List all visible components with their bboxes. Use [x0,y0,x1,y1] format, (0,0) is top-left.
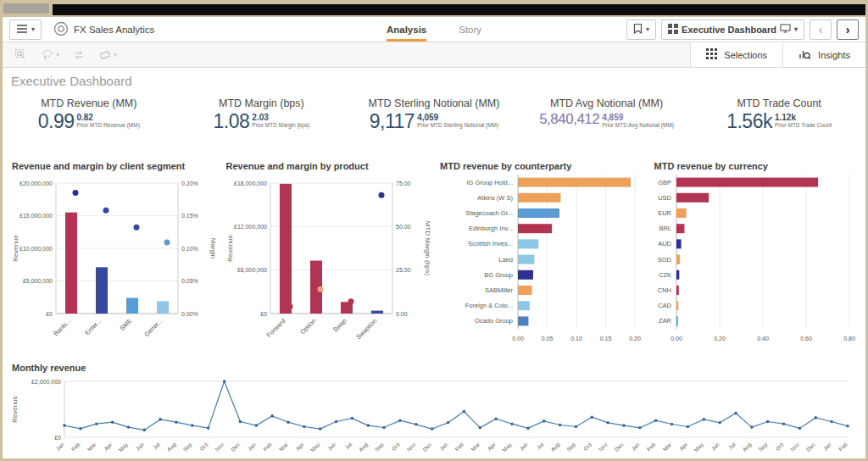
svg-text:Jan: Jan [630,441,641,452]
kpi-mtd-sterling-notional[interactable]: MTD Sterling Notional (MM) 9,117 4,059Pr… [348,90,520,154]
svg-text:Atkins (W S): Atkins (W S) [477,194,513,202]
kpi-secondary-value: 2.03 [252,113,268,122]
kpi-mtd-margin[interactable]: MTD Margin (bps) 1.08 2.03Prior MTD Marg… [175,90,348,154]
selections-label: Selections [724,50,767,60]
next-sheet-button[interactable]: › [837,19,859,40]
insights-button[interactable]: Insights [782,42,865,67]
svg-text:Sep: Sep [565,441,577,453]
revenue-by-currency-chart[interactable]: 0.000.200.400.600.80GBPUSDEURBRLAUDSGDCZ… [653,173,859,356]
bookmarks-button[interactable]: ▾ [626,19,656,40]
svg-text:0.00: 0.00 [512,336,524,342]
svg-text:Aug: Aug [741,441,753,453]
selection-history-icon[interactable] [65,42,92,68]
chevron-down-icon: ▾ [794,26,798,33]
kpi-secondary-label: Prior MTD Revenue (MM) [76,122,139,128]
monthly-revenue-chart[interactable]: £0£2,000,000JanFebMarAprMayJunJulAugSepO… [10,375,858,458]
svg-text:Nov: Nov [789,441,801,453]
selections-button[interactable]: Selections [690,42,782,67]
svg-text:0.80: 0.80 [843,336,855,342]
app-toolbar: ▾ FX Sales Analytics Analysis Story ▾ E [3,17,865,42]
svg-text:Sep: Sep [374,441,386,453]
svg-text:Sep: Sep [757,441,769,453]
svg-text:Dec: Dec [805,441,817,453]
panel-product: Revenue and margin by product £0£6,000,0… [220,154,435,356]
previous-sheet-button[interactable]: ‹ [810,19,832,40]
svg-text:BRL: BRL [659,225,671,232]
kpi-mtd-revenue[interactable]: MTD Revenue (MM) 0.99 0.82Prior MTD Reve… [3,90,175,154]
tab-story[interactable]: Story [459,17,481,42]
window-chrome [0,0,868,17]
svg-text:£0: £0 [260,311,267,317]
charts-row: Revenue and margin by client segment £0£… [3,154,865,356]
kpi-mtd-trade-count[interactable]: MTD Trade Count 1.56k 1.12kPrior MTD Tra… [693,90,865,154]
svg-text:50.00: 50.00 [396,224,411,230]
revenue-margin-client-segment-chart[interactable]: £0£5,000,000£10,000,000£15,000,000£20,00… [10,173,216,356]
revenue-margin-product-chart[interactable]: £0£6,000,000£12,000,000£18,000,0000.0025… [225,173,431,356]
svg-text:0.00: 0.00 [396,311,408,317]
monitor-icon [780,24,791,35]
svg-text:Scottish Inves...: Scottish Inves... [468,240,513,247]
panel-monthly-revenue: Monthly revenue £0£2,000,000JanFebMarApr… [3,356,865,458]
svg-text:£20,000,000: £20,000,000 [19,181,53,186]
svg-text:75.00: 75.00 [396,181,411,186]
lasso-selection-icon[interactable]: ▾ [36,42,64,68]
zoom-selection-icon[interactable] [8,42,35,68]
svg-text:£0: £0 [46,311,53,317]
app-identity[interactable]: FX Sales Analytics [53,21,154,38]
window-title-bar [53,4,865,15]
svg-text:USD: USD [658,194,671,202]
svg-text:Dec: Dec [421,441,433,453]
svg-text:May: May [118,441,131,453]
navigation-menu-button[interactable]: ▾ [9,19,42,40]
svg-text:£5,000,000: £5,000,000 [23,278,53,284]
sheet-selector-button[interactable]: Executive Dashboard ▾ [661,19,804,40]
svg-text:Jun: Jun [518,441,529,452]
svg-text:BG Group: BG Group [484,271,513,279]
svg-text:£18,000,000: £18,000,000 [234,181,267,186]
svg-text:Mar: Mar [661,441,672,452]
clear-selections-icon[interactable]: ▾ [94,42,121,68]
svg-text:£10,000,000: £10,000,000 [19,246,53,252]
chart-title: MTD revenue by counterparty [438,154,644,173]
svg-text:Enter...: Enter... [83,317,103,336]
svg-text:Aug: Aug [166,441,178,453]
kpi-mtd-avg-notional[interactable]: MTD Avg Notional (MM) 5,840,412 4,859Pri… [520,90,693,154]
svg-text:Feb: Feb [837,441,849,452]
svg-text:Jul: Jul [727,441,737,450]
panel-currency: MTD revenue by currency 0.000.200.400.60… [648,154,863,356]
kpi-value: 5,840,412 [539,113,599,126]
svg-text:£0: £0 [54,435,61,441]
svg-text:Feb: Feb [262,441,273,452]
svg-text:0.20: 0.20 [714,336,726,342]
svg-text:0.15%: 0.15% [181,213,198,219]
qlik-app: ▾ FX Sales Analytics Analysis Story ▾ E [3,17,865,458]
svg-text:Jul: Jul [536,441,545,450]
svg-text:Jan: Jan [54,441,65,452]
kpi-secondary-value: 4,859 [602,113,623,122]
svg-text:0.05: 0.05 [542,336,554,342]
svg-text:Dec: Dec [230,441,242,453]
svg-text:Edinburgh Inv...: Edinburgh Inv... [469,225,513,232]
kpi-secondary-label: Prior MTD Avg Notional (MM) [602,122,674,128]
svg-text:MTD Margin (bps): MTD Margin (bps) [424,221,431,276]
svg-text:SGD: SGD [657,256,671,264]
chevron-down-icon: ▾ [31,26,35,33]
svg-text:Margin: Margin [209,238,217,258]
kpi-title: MTD Avg Notional (MM) [550,97,663,109]
svg-text:Aug: Aug [549,441,561,453]
panel-client-segment: Revenue and margin by client segment £0£… [6,154,220,356]
chevron-down-icon: ▾ [646,26,649,33]
svg-text:Jun: Jun [709,441,721,452]
kpi-secondary-label: Prior MTD Trade Count [775,122,832,128]
hamburger-icon [16,24,28,36]
svg-text:0.15: 0.15 [600,336,612,342]
page-title: Executive Dashboard [3,68,865,90]
svg-text:£2,000,000: £2,000,000 [31,379,61,385]
svg-text:AUD: AUD [658,240,671,247]
svg-text:0.10%: 0.10% [181,246,198,252]
svg-text:0.00: 0.00 [670,336,682,342]
current-sheet-name: Executive Dashboard [682,25,776,35]
svg-text:Jun: Jun [135,441,146,452]
revenue-by-counterparty-chart[interactable]: 0.000.050.100.150.20IG Group Hold...Atki… [438,173,644,356]
tab-analysis[interactable]: Analysis [387,17,426,42]
